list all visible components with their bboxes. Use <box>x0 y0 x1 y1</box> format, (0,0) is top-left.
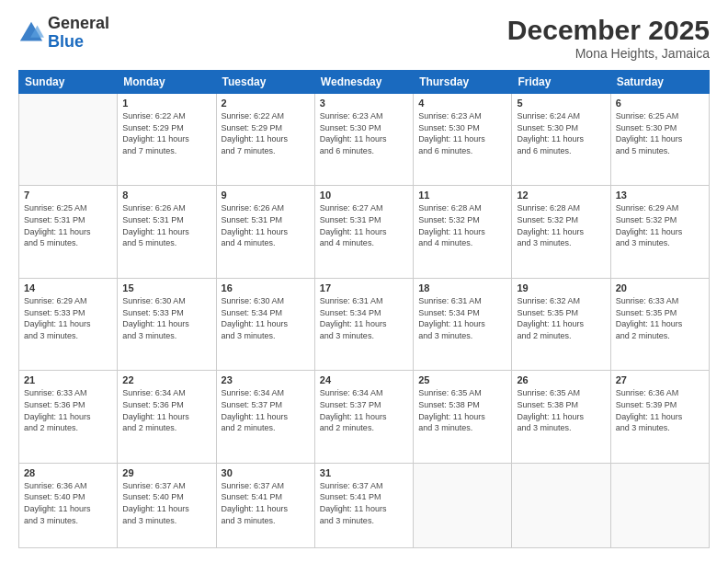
calendar-cell: 20Sunrise: 6:33 AM Sunset: 5:35 PM Dayli… <box>610 278 709 370</box>
day-info: Sunrise: 6:29 AM Sunset: 5:32 PM Dayligh… <box>616 202 704 248</box>
calendar-cell: 29Sunrise: 6:37 AM Sunset: 5:40 PM Dayli… <box>118 463 216 547</box>
day-number: 29 <box>122 467 210 478</box>
day-number: 20 <box>616 282 704 293</box>
day-number: 28 <box>24 467 112 478</box>
day-number: 10 <box>320 190 408 201</box>
calendar-cell: 5Sunrise: 6:24 AM Sunset: 5:30 PM Daylig… <box>512 94 610 186</box>
col-header-monday: Monday <box>118 71 216 94</box>
day-number: 5 <box>517 98 605 109</box>
calendar-cell: 26Sunrise: 6:35 AM Sunset: 5:38 PM Dayli… <box>512 371 610 463</box>
calendar-cell: 18Sunrise: 6:31 AM Sunset: 5:34 PM Dayli… <box>414 278 512 370</box>
day-info: Sunrise: 6:34 AM Sunset: 5:37 PM Dayligh… <box>320 387 408 433</box>
calendar-cell: 9Sunrise: 6:26 AM Sunset: 5:31 PM Daylig… <box>216 186 314 278</box>
day-info: Sunrise: 6:24 AM Sunset: 5:30 PM Dayligh… <box>517 110 605 156</box>
day-number: 15 <box>122 282 210 293</box>
day-info: Sunrise: 6:22 AM Sunset: 5:29 PM Dayligh… <box>122 110 210 156</box>
calendar-cell: 10Sunrise: 6:27 AM Sunset: 5:31 PM Dayli… <box>314 186 413 278</box>
calendar-cell: 15Sunrise: 6:30 AM Sunset: 5:33 PM Dayli… <box>118 278 216 370</box>
calendar-cell: 2Sunrise: 6:22 AM Sunset: 5:29 PM Daylig… <box>216 94 314 186</box>
day-number: 25 <box>418 374 506 385</box>
day-info: Sunrise: 6:25 AM Sunset: 5:31 PM Dayligh… <box>24 202 112 248</box>
day-number: 26 <box>517 374 605 385</box>
day-info: Sunrise: 6:34 AM Sunset: 5:36 PM Dayligh… <box>122 387 210 433</box>
col-header-tuesday: Tuesday <box>216 71 314 94</box>
col-header-sunday: Sunday <box>19 71 118 94</box>
day-info: Sunrise: 6:32 AM Sunset: 5:35 PM Dayligh… <box>517 295 605 341</box>
week-row-1: 7Sunrise: 6:25 AM Sunset: 5:31 PM Daylig… <box>19 186 710 278</box>
logo-text: General Blue <box>48 15 109 52</box>
day-number: 21 <box>24 374 112 385</box>
calendar-cell: 17Sunrise: 6:31 AM Sunset: 5:34 PM Dayli… <box>314 278 413 370</box>
calendar-cell: 23Sunrise: 6:34 AM Sunset: 5:37 PM Dayli… <box>216 371 314 463</box>
week-row-2: 14Sunrise: 6:29 AM Sunset: 5:33 PM Dayli… <box>19 278 710 370</box>
day-number: 19 <box>517 282 605 293</box>
calendar-cell: 8Sunrise: 6:26 AM Sunset: 5:31 PM Daylig… <box>118 186 216 278</box>
day-info: Sunrise: 6:31 AM Sunset: 5:34 PM Dayligh… <box>320 295 408 341</box>
calendar-cell: 6Sunrise: 6:25 AM Sunset: 5:30 PM Daylig… <box>610 94 709 186</box>
day-info: Sunrise: 6:33 AM Sunset: 5:36 PM Dayligh… <box>24 387 112 433</box>
day-number: 24 <box>320 374 408 385</box>
calendar-cell: 24Sunrise: 6:34 AM Sunset: 5:37 PM Dayli… <box>314 371 413 463</box>
calendar-cell <box>512 463 610 547</box>
day-number: 16 <box>222 282 310 293</box>
day-info: Sunrise: 6:23 AM Sunset: 5:30 PM Dayligh… <box>320 110 408 156</box>
day-number: 18 <box>418 282 506 293</box>
day-number: 30 <box>222 467 310 478</box>
month-year: December 2025 <box>507 15 710 46</box>
day-number: 22 <box>122 374 210 385</box>
day-info: Sunrise: 6:30 AM Sunset: 5:34 PM Dayligh… <box>222 295 310 341</box>
day-info: Sunrise: 6:37 AM Sunset: 5:40 PM Dayligh… <box>122 480 210 526</box>
day-info: Sunrise: 6:35 AM Sunset: 5:38 PM Dayligh… <box>517 387 605 433</box>
calendar-cell: 4Sunrise: 6:23 AM Sunset: 5:30 PM Daylig… <box>414 94 512 186</box>
day-info: Sunrise: 6:22 AM Sunset: 5:29 PM Dayligh… <box>222 110 310 156</box>
day-info: Sunrise: 6:29 AM Sunset: 5:33 PM Dayligh… <box>24 295 112 341</box>
calendar-cell: 11Sunrise: 6:28 AM Sunset: 5:32 PM Dayli… <box>414 186 512 278</box>
day-info: Sunrise: 6:25 AM Sunset: 5:30 PM Dayligh… <box>616 110 704 156</box>
calendar-cell: 30Sunrise: 6:37 AM Sunset: 5:41 PM Dayli… <box>216 463 314 547</box>
day-info: Sunrise: 6:23 AM Sunset: 5:30 PM Dayligh… <box>418 110 506 156</box>
header: General Blue December 2025 Mona Heights,… <box>18 15 710 61</box>
day-info: Sunrise: 6:37 AM Sunset: 5:41 PM Dayligh… <box>222 480 310 526</box>
calendar-cell: 3Sunrise: 6:23 AM Sunset: 5:30 PM Daylig… <box>314 94 413 186</box>
calendar-cell: 22Sunrise: 6:34 AM Sunset: 5:36 PM Dayli… <box>118 371 216 463</box>
col-header-thursday: Thursday <box>414 71 512 94</box>
day-info: Sunrise: 6:30 AM Sunset: 5:33 PM Dayligh… <box>122 295 210 341</box>
col-header-friday: Friday <box>512 71 610 94</box>
day-info: Sunrise: 6:35 AM Sunset: 5:38 PM Dayligh… <box>418 387 506 433</box>
day-info: Sunrise: 6:37 AM Sunset: 5:41 PM Dayligh… <box>320 480 408 526</box>
calendar-cell: 13Sunrise: 6:29 AM Sunset: 5:32 PM Dayli… <box>610 186 709 278</box>
calendar-cell <box>610 463 709 547</box>
col-header-wednesday: Wednesday <box>314 71 413 94</box>
calendar-cell: 21Sunrise: 6:33 AM Sunset: 5:36 PM Dayli… <box>19 371 118 463</box>
title-block: December 2025 Mona Heights, Jamaica <box>507 15 710 61</box>
day-info: Sunrise: 6:28 AM Sunset: 5:32 PM Dayligh… <box>517 202 605 248</box>
location: Mona Heights, Jamaica <box>507 46 710 61</box>
calendar-cell: 7Sunrise: 6:25 AM Sunset: 5:31 PM Daylig… <box>19 186 118 278</box>
calendar-cell: 14Sunrise: 6:29 AM Sunset: 5:33 PM Dayli… <box>19 278 118 370</box>
week-row-0: 1Sunrise: 6:22 AM Sunset: 5:29 PM Daylig… <box>19 94 710 186</box>
day-number: 2 <box>222 98 310 109</box>
logo: General Blue <box>18 15 109 52</box>
day-info: Sunrise: 6:31 AM Sunset: 5:34 PM Dayligh… <box>418 295 506 341</box>
day-number: 3 <box>320 98 408 109</box>
day-number: 12 <box>517 190 605 201</box>
day-number: 13 <box>616 190 704 201</box>
day-info: Sunrise: 6:34 AM Sunset: 5:37 PM Dayligh… <box>222 387 310 433</box>
page: General Blue December 2025 Mona Heights,… <box>0 0 728 563</box>
day-number: 23 <box>222 374 310 385</box>
col-header-saturday: Saturday <box>610 71 709 94</box>
day-number: 17 <box>320 282 408 293</box>
calendar-cell: 27Sunrise: 6:36 AM Sunset: 5:39 PM Dayli… <box>610 371 709 463</box>
day-info: Sunrise: 6:26 AM Sunset: 5:31 PM Dayligh… <box>122 202 210 248</box>
day-info: Sunrise: 6:26 AM Sunset: 5:31 PM Dayligh… <box>222 202 310 248</box>
day-number: 11 <box>418 190 506 201</box>
day-number: 6 <box>616 98 704 109</box>
day-number: 4 <box>418 98 506 109</box>
logo-icon <box>18 20 44 46</box>
day-info: Sunrise: 6:36 AM Sunset: 5:39 PM Dayligh… <box>616 387 704 433</box>
calendar-table: SundayMondayTuesdayWednesdayThursdayFrid… <box>18 70 710 548</box>
calendar-cell: 25Sunrise: 6:35 AM Sunset: 5:38 PM Dayli… <box>414 371 512 463</box>
day-number: 8 <box>122 190 210 201</box>
day-info: Sunrise: 6:28 AM Sunset: 5:32 PM Dayligh… <box>418 202 506 248</box>
day-info: Sunrise: 6:27 AM Sunset: 5:31 PM Dayligh… <box>320 202 408 248</box>
